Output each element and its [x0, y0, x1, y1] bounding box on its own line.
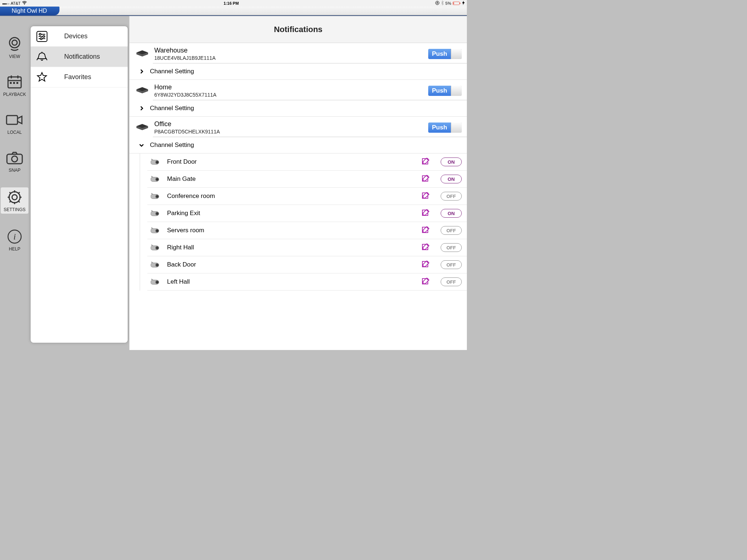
channel-setting-toggle[interactable]: Channel Setting: [129, 63, 467, 80]
svg-point-6: [9, 38, 20, 48]
nav-label: SNAP: [9, 168, 21, 173]
channel-name: Back Door: [167, 261, 421, 268]
channel-name: Left Hall: [167, 278, 421, 285]
camera-icon: [5, 149, 24, 166]
svg-point-28: [40, 38, 42, 39]
svg-point-0: [24, 4, 25, 5]
channel-row: Left HallOFF: [147, 273, 467, 291]
dvr-icon: [135, 85, 150, 96]
channel-name: Parking Exit: [167, 210, 421, 217]
dvr-icon: [135, 122, 150, 133]
channel-setting-label: Channel Setting: [150, 141, 194, 149]
channel-setting-label: Channel Setting: [150, 105, 194, 112]
svg-rect-14: [16, 82, 18, 84]
nav-label: VIEW: [9, 54, 20, 59]
device-id: 18UCE4V8LAJ1B9JE111A: [154, 55, 428, 61]
nav-label: LOCAL: [7, 130, 22, 135]
edit-button[interactable]: [421, 157, 430, 167]
camera-icon: [150, 175, 163, 183]
settings-sidebar: Devices Notifications Favorites: [31, 26, 128, 343]
device-name: Home: [154, 83, 428, 91]
channel-setting-label: Channel Setting: [150, 68, 194, 75]
channel-row: Servers roomOFF: [147, 222, 467, 239]
nav-label: HELP: [9, 246, 20, 252]
channel-state-toggle[interactable]: OFF: [441, 260, 462, 269]
sidebar-label: Notifications: [57, 53, 123, 61]
channel-row: Back DoorOFF: [147, 256, 467, 273]
camera-icon: [150, 243, 163, 252]
chevron-right-icon: [136, 69, 147, 74]
channel-row: Main GateON: [147, 171, 467, 188]
channel-row: Conference roomOFF: [147, 188, 467, 205]
device-name: Office: [154, 120, 428, 128]
camera-icon: [150, 209, 163, 218]
sidebar-item-notifications[interactable]: Notifications: [31, 47, 128, 67]
bell-icon: [36, 51, 48, 63]
camera-icon: [150, 192, 163, 201]
star-icon: [36, 71, 48, 83]
channel-state-toggle[interactable]: OFF: [441, 226, 462, 235]
svg-point-52: [156, 247, 158, 249]
app-title: Night Owl HD: [0, 7, 59, 15]
sidebar-item-favorites[interactable]: Favorites: [31, 67, 128, 88]
edit-button[interactable]: [421, 191, 430, 201]
svg-rect-4: [460, 3, 460, 4]
nav-local[interactable]: LOCAL: [1, 112, 28, 135]
edit-button[interactable]: [421, 277, 430, 287]
nav-settings[interactable]: SETTINGS: [1, 187, 28, 214]
info-icon: i: [5, 228, 24, 245]
channel-name: Right Hall: [167, 244, 421, 251]
push-toggle[interactable]: Push: [428, 49, 462, 59]
svg-rect-12: [10, 82, 12, 84]
svg-point-7: [12, 40, 17, 45]
channel-name: Servers room: [167, 227, 421, 234]
nav-help[interactable]: i HELP: [1, 228, 28, 252]
sidebar-label: Favorites: [57, 73, 123, 81]
edit-button[interactable]: [421, 174, 430, 184]
channel-name: Main Gate: [167, 175, 421, 183]
edit-button[interactable]: [421, 243, 430, 252]
nav-playback[interactable]: PLAYBACK: [1, 74, 28, 97]
svg-point-48: [156, 230, 158, 232]
device-id: P8ACGBTD5CHELXK9111A: [154, 129, 428, 135]
app-header: HD Night Owl HD: [0, 7, 467, 15]
signal-dots-icon: ●●●○○: [2, 1, 9, 5]
edit-button[interactable]: [421, 209, 430, 218]
sliders-icon: [36, 30, 48, 43]
battery-percent: 5%: [445, 1, 451, 5]
battery-icon: [453, 1, 461, 5]
nav-view[interactable]: VIEW: [1, 36, 28, 59]
channel-state-toggle[interactable]: ON: [441, 175, 462, 183]
device-row: Home6Y8WJ2YD3J8C55X7111APush: [129, 80, 467, 100]
camera-icon: [150, 277, 163, 286]
channel-state-toggle[interactable]: OFF: [441, 277, 462, 286]
channel-state-toggle[interactable]: ON: [441, 209, 462, 218]
nav-snap[interactable]: SNAP: [1, 149, 28, 173]
push-toggle[interactable]: Push: [428, 86, 462, 96]
status-bar: ●●●○○ AT&T 1:16 PM 5%: [0, 0, 467, 7]
wifi-icon: [22, 1, 27, 5]
bluetooth-icon: [441, 1, 444, 6]
channel-setting-toggle[interactable]: Channel Setting: [129, 137, 467, 153]
svg-point-18: [12, 195, 17, 200]
push-toggle[interactable]: Push: [428, 122, 462, 133]
carrier-label: AT&T: [11, 1, 20, 5]
channel-state-toggle[interactable]: ON: [441, 158, 462, 166]
sidebar-item-devices[interactable]: Devices: [31, 26, 128, 47]
edit-button[interactable]: [421, 226, 430, 235]
clock: 1:16 PM: [224, 1, 239, 5]
device-row: OfficeP8ACGBTD5CHELXK9111APush: [129, 117, 467, 137]
edit-button[interactable]: [421, 260, 430, 269]
channel-name: Front Door: [167, 158, 421, 166]
sidebar-label: Devices: [57, 32, 123, 40]
channel-setting-toggle[interactable]: Channel Setting: [129, 100, 467, 117]
gear-icon: [5, 189, 24, 206]
channel-state-toggle[interactable]: OFF: [441, 243, 462, 252]
nav-label: SETTINGS: [4, 207, 26, 212]
camera-icon: [150, 158, 163, 166]
channel-state-toggle[interactable]: OFF: [441, 192, 462, 201]
camera-icon: [150, 260, 163, 269]
device-name: Warehouse: [154, 47, 428, 54]
channel-row: Front DoorON: [147, 153, 467, 171]
charging-icon: [462, 1, 465, 6]
